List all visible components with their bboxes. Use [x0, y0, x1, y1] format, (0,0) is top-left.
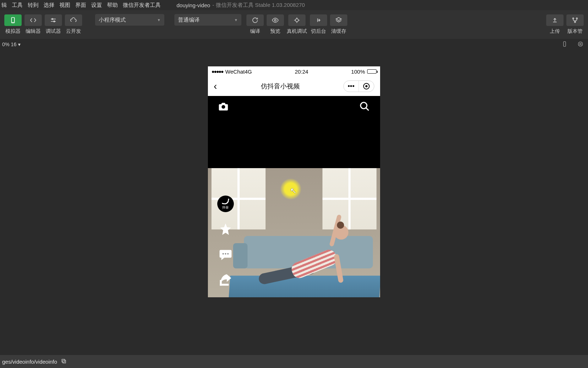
svg-point-27 [227, 253, 229, 255]
page-path: ges/videoinfo/videoinfo [2, 359, 57, 365]
svg-point-21 [580, 43, 582, 45]
phone-icon [4, 14, 22, 26]
mode-select[interactable]: 小程序模式 ▼ [95, 14, 164, 26]
svg-point-26 [225, 253, 226, 255]
svg-point-15 [573, 18, 574, 19]
page-title: 仿抖音小视频 [261, 82, 300, 91]
share-button[interactable] [218, 272, 233, 288]
upload-icon [546, 14, 564, 26]
code-icon [24, 14, 42, 26]
phone-status-bar: ●●●●● WeChat4G 20:24 100% [208, 66, 380, 76]
compile-select[interactable]: 普通编译 ▼ [174, 14, 241, 26]
svg-rect-31 [62, 359, 64, 362]
video-top-bar [208, 96, 380, 118]
menu-view[interactable]: 视图 [59, 2, 70, 9]
remote-debug-button[interactable]: 真机调试 [287, 14, 307, 35]
menu-edit[interactable]: 辑 [1, 2, 7, 9]
copy-path-button[interactable] [61, 358, 67, 365]
menu-settings[interactable]: 设置 [91, 2, 102, 9]
chevron-down-icon: ▼ [157, 18, 161, 22]
menu-tools[interactable]: 工具 [12, 2, 23, 9]
capsule-menu-button[interactable]: ••• [344, 81, 359, 92]
rotate-icon[interactable] [577, 39, 584, 50]
battery-label: 100% [351, 69, 365, 75]
sliders-icon [45, 14, 62, 26]
video-black-area [208, 118, 380, 168]
svg-point-25 [222, 253, 224, 255]
compile-button[interactable]: 编译 [246, 14, 264, 35]
menu-bar: 辑 工具 转到 选择 视图 界面 设置 帮助 微信开发者工具 douying-v… [0, 0, 588, 10]
project-name: douying-video [177, 2, 210, 8]
menu-help[interactable]: 帮助 [107, 2, 118, 9]
like-button[interactable] [218, 222, 233, 237]
app-title: - 微信开发者工具 Stable 1.03.2008270 [212, 2, 305, 9]
comment-button[interactable] [218, 247, 233, 263]
svg-marker-13 [336, 18, 342, 21]
clear-cache-button[interactable]: 清缓存 [330, 14, 347, 35]
svg-rect-29 [220, 284, 229, 286]
menu-interface[interactable]: 界面 [75, 2, 86, 9]
refresh-icon [246, 14, 264, 26]
svg-point-16 [576, 18, 577, 19]
svg-rect-19 [564, 41, 566, 47]
simulator-button[interactable]: 模拟器 [4, 14, 22, 35]
cloud-dev-button[interactable]: 云开发 [65, 14, 82, 35]
search-button[interactable] [359, 101, 370, 113]
clock-label: 20:24 [295, 69, 308, 75]
zoom-indicator[interactable]: 0% 16 ▾ [2, 41, 21, 47]
capsule-button: ••• [343, 80, 374, 92]
chevron-down-icon: ▼ [234, 18, 238, 22]
debugger-button[interactable]: 调试器 [45, 14, 62, 35]
eye-icon [267, 14, 284, 26]
cursor-icon: ↖ [290, 186, 297, 196]
svg-point-23 [361, 102, 367, 109]
back-button[interactable]: ‹ [214, 80, 217, 92]
target-icon [363, 83, 370, 89]
svg-point-6 [275, 19, 276, 21]
phone-nav-bar: ‹ 仿抖音小视频 ••• [208, 76, 380, 96]
signal-dots-icon: ●●●●● [211, 69, 223, 74]
douyin-avatar[interactable]: 抖音 [217, 196, 234, 212]
preview-button[interactable]: 预览 [267, 14, 284, 35]
page-path-bar: ges/videoinfo/videoinfo [0, 355, 588, 368]
camera-button[interactable] [218, 101, 229, 113]
menu-devtools[interactable]: 微信开发者工具 [123, 2, 161, 9]
scene-window [322, 168, 377, 229]
cloud-icon [65, 14, 82, 26]
branch-icon [566, 14, 584, 26]
battery-icon [367, 69, 377, 74]
scene-person [258, 225, 359, 286]
editor-button[interactable]: 编辑器 [24, 14, 42, 35]
device-icon[interactable] [561, 39, 568, 50]
svg-point-7 [295, 19, 298, 22]
version-button[interactable]: 版本管 [566, 14, 584, 35]
carrier-label: WeChat4G [225, 69, 252, 75]
svg-point-22 [222, 105, 225, 109]
phone-frame: ●●●●● WeChat4G 20:24 100% ‹ 仿抖音小视频 ••• [208, 66, 380, 297]
capsule-close-button[interactable] [359, 81, 374, 92]
svg-rect-30 [63, 360, 66, 363]
svg-line-24 [366, 108, 369, 111]
layers-icon [330, 14, 347, 26]
upload-button[interactable]: 上传 [546, 14, 564, 35]
video-side-actions: 抖音 [217, 196, 234, 288]
video-content[interactable]: ↖ 抖音 [208, 168, 380, 297]
simulator-viewport: ●●●●● WeChat4G 20:24 100% ‹ 仿抖音小视频 ••• [0, 50, 588, 299]
background-button[interactable]: 切后台 [310, 14, 327, 35]
svg-point-20 [578, 42, 583, 46]
bug-icon [288, 14, 306, 26]
menu-select[interactable]: 选择 [44, 2, 54, 9]
toolbar: 模拟器 编辑器 调试器 云开发 小程序模式 ▼ 普通编译 ▼ [0, 10, 588, 39]
logout-icon [310, 14, 327, 26]
svg-point-17 [574, 21, 575, 22]
menu-goto[interactable]: 转到 [28, 2, 39, 9]
sim-status-bar: 0% 16 ▾ [0, 39, 588, 50]
